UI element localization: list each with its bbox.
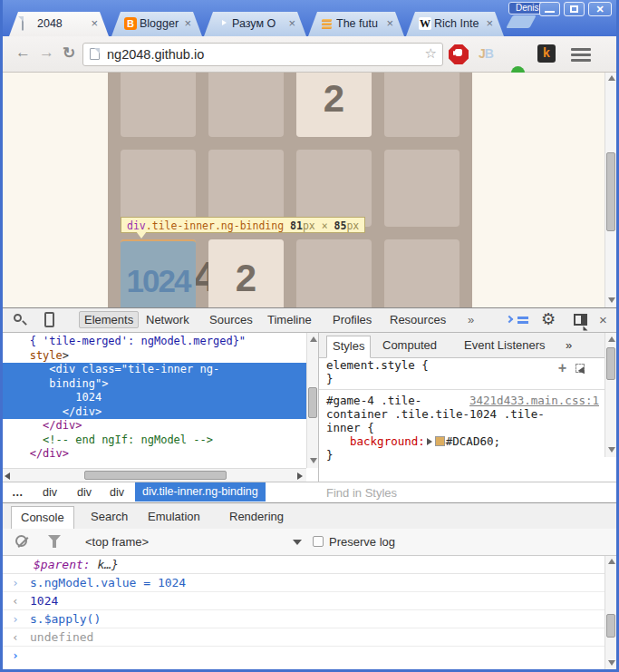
scroll-up-arrow[interactable] — [608, 75, 615, 81]
console-result[interactable]: ‹undefined — [3, 628, 604, 647]
console-command[interactable]: ›s.$apply() — [3, 610, 604, 628]
tab-close-icon[interactable]: × — [386, 16, 393, 30]
k-extension-icon[interactable]: k — [537, 44, 556, 63]
menu-icon[interactable] — [571, 45, 591, 64]
element-state-icon[interactable] — [575, 364, 585, 373]
tab-rendering[interactable]: Rendering — [229, 510, 284, 523]
breadcrumb-selected[interactable]: div.tile-inner.ng-binding — [135, 482, 266, 502]
tab-close-icon[interactable]: × — [91, 16, 98, 30]
grid-cell — [384, 73, 459, 137]
tab-search[interactable]: Search — [91, 510, 128, 523]
tab-console[interactable]: Console — [11, 506, 74, 531]
new-rule-plus-icon[interactable]: + — [558, 360, 566, 376]
scroll-down-arrow[interactable] — [608, 447, 615, 453]
console-result[interactable]: ‹1024 — [3, 592, 604, 610]
breadcrumb-ellipsis[interactable]: … — [12, 486, 24, 499]
breadcrumb-div[interactable]: div — [110, 486, 124, 499]
css-rule[interactable]: #game-4 .tile-3421d433.main.css:1 — [319, 389, 604, 407]
selected-node[interactable]: <div class="tile-inner ng- binding"> 102… — [3, 363, 306, 419]
tab-the-future[interactable]: The futu × — [308, 12, 404, 36]
tab-sources[interactable]: Sources — [209, 313, 253, 326]
elements-scrollbar[interactable] — [306, 333, 318, 468]
dropdown-arrow-icon[interactable] — [293, 540, 302, 545]
tab-styles[interactable]: Styles — [326, 336, 371, 358]
tab-resources[interactable]: Resources — [390, 313, 446, 326]
code-line[interactable]: { 'tile-merged': ngModel.merged}" — [10, 335, 246, 347]
new-tab-button[interactable] — [506, 15, 536, 28]
device-mode-icon[interactable] — [44, 312, 54, 327]
tab-close-icon[interactable]: × — [288, 16, 295, 30]
tab-razum[interactable]: Разум О × — [204, 12, 306, 36]
page-scrollbar[interactable] — [604, 73, 616, 307]
devtools-close-icon[interactable]: × — [599, 312, 607, 327]
console-prompt[interactable]: › — [3, 647, 604, 665]
scroll-down-arrow[interactable] — [608, 660, 615, 666]
tab-close-icon[interactable]: × — [486, 16, 493, 30]
styles-sidebar: Styles Computed Event Listeners » elemen… — [319, 333, 604, 482]
scroll-up-arrow[interactable] — [310, 336, 317, 342]
console-output[interactable]: $parent: k…} ›s.ngModel.value = 1024 ‹10… — [3, 556, 604, 670]
element-style-rule[interactable]: element.style {+ — [319, 358, 604, 372]
breadcrumb-div[interactable]: div — [43, 486, 57, 499]
tab-blogger[interactable]: B Blogger × — [111, 12, 202, 36]
minimize-button[interactable] — [539, 2, 560, 16]
forward-icon[interactable]: → — [39, 44, 54, 62]
expand-shorthand-icon[interactable] — [427, 438, 432, 445]
scroll-right-arrow[interactable] — [297, 472, 303, 480]
scrollbar-thumb[interactable] — [606, 347, 615, 380]
inspect-magnifier-icon[interactable] — [14, 314, 22, 322]
console-scrollbar[interactable] — [604, 556, 616, 670]
console-command[interactable]: ›s.ngModel.value = 1024 — [3, 574, 604, 592]
color-swatch[interactable] — [435, 436, 445, 446]
jb-extension-icon[interactable]: JB — [479, 46, 493, 61]
devtools-panel: Elements Network Sources Timeline Profil… — [3, 307, 616, 669]
scroll-up-arrow[interactable] — [608, 336, 615, 342]
tab-emulation[interactable]: Emulation — [148, 510, 200, 523]
scroll-left-arrow[interactable] — [5, 472, 10, 480]
tab-computed[interactable]: Computed — [382, 338, 437, 352]
tab-elements[interactable]: Elements — [79, 311, 139, 328]
breadcrumb-bar: … div div div div.tile-inner.ng-binding … — [3, 482, 616, 502]
dock-side-icon[interactable] — [574, 314, 587, 326]
clear-console-icon[interactable] — [15, 535, 27, 547]
adblock-icon[interactable] — [449, 44, 469, 64]
scrollbar-thumb[interactable] — [606, 614, 615, 638]
scroll-down-arrow[interactable] — [310, 458, 317, 463]
tab-close-icon[interactable]: × — [184, 16, 191, 30]
panel-divider[interactable] — [318, 333, 319, 502]
styles-scrollbar[interactable] — [604, 333, 616, 457]
scrollbar-thumb[interactable] — [84, 471, 227, 480]
code-line[interactable]: </div> — [10, 419, 82, 432]
frame-selector[interactable]: <top frame> — [85, 535, 149, 549]
scroll-down-arrow[interactable] — [608, 297, 615, 303]
close-button[interactable]: ✕ — [588, 2, 612, 16]
scroll-up-arrow[interactable] — [608, 559, 615, 564]
more-tabs-icon[interactable]: » — [468, 313, 474, 326]
more-tabs-icon[interactable]: » — [566, 338, 572, 352]
scrollbar-thumb[interactable] — [308, 387, 317, 418]
settings-gear-icon[interactable]: ⚙ — [541, 309, 556, 329]
filter-icon[interactable] — [48, 535, 61, 542]
bookmark-star-icon[interactable]: ☆ — [425, 45, 437, 62]
scrollbar-thumb[interactable] — [606, 152, 615, 231]
tab-event-listeners[interactable]: Event Listeners — [464, 338, 546, 352]
youtube-icon — [217, 17, 229, 30]
find-in-styles-input[interactable]: Find in Styles — [326, 486, 397, 500]
tab-profiles[interactable]: Profiles — [333, 313, 372, 326]
elements-hscrollbar[interactable] — [3, 468, 306, 482]
maximize-button[interactable] — [564, 2, 585, 16]
css-property[interactable]: background:#DCAD60; — [319, 434, 604, 448]
console-object-line[interactable]: $parent: k…} — [3, 556, 604, 574]
tab-rich-inte[interactable]: W Rich Inte × — [406, 12, 504, 36]
stylesheet-link[interactable]: 3421d433.main.css:1 — [469, 394, 599, 407]
tab-network[interactable]: Network — [146, 313, 189, 326]
reload-icon[interactable]: ↻ — [63, 44, 75, 63]
elements-tree[interactable]: { 'tile-merged': ngModel.merged}" style>… — [3, 333, 306, 482]
tab-timeline[interactable]: Timeline — [267, 313, 312, 326]
back-icon[interactable]: ← — [15, 44, 31, 62]
url-text[interactable]: ng2048.github.io — [107, 47, 204, 62]
tab-2048[interactable]: 2048 × — [9, 12, 109, 36]
breadcrumb-div[interactable]: div — [77, 486, 92, 499]
address-bar[interactable]: ng2048.github.io ☆ — [82, 43, 443, 66]
preserve-log-checkbox[interactable] — [313, 536, 324, 547]
